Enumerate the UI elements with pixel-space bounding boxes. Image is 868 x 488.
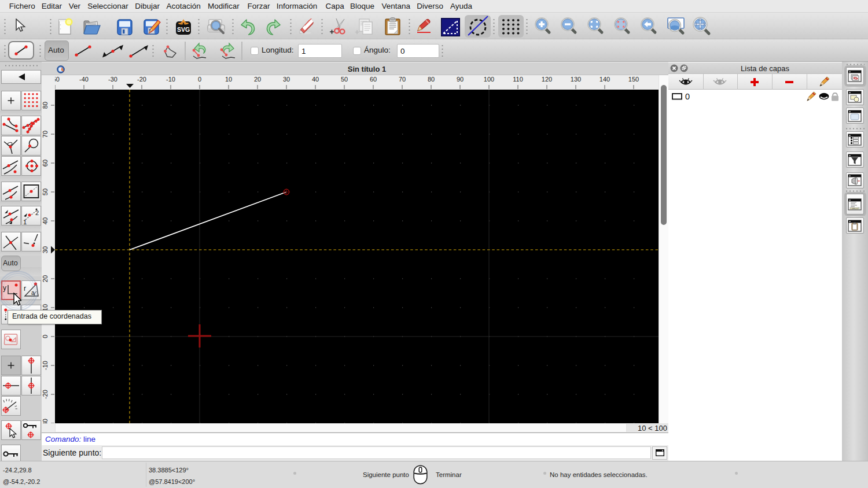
svg-text:1: 1 xyxy=(23,219,27,225)
svg-text:2: 2 xyxy=(35,209,39,216)
svg-text:y: y xyxy=(3,284,6,292)
svg-text:SVG: SVG xyxy=(177,26,190,33)
svg-text:command: command xyxy=(851,208,858,210)
svg-text:r: r xyxy=(24,284,26,293)
svg-text:0: 0 xyxy=(685,92,690,101)
